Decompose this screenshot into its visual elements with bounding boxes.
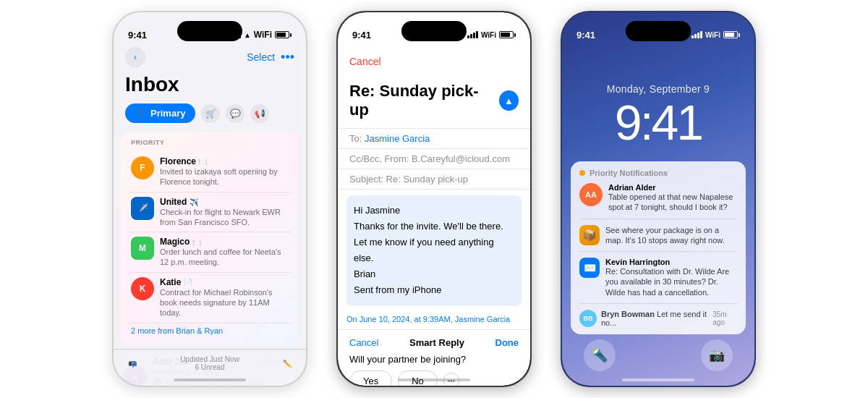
mail-icon: ✉️: [579, 258, 600, 278]
avatar-bryn: BB: [579, 310, 597, 327]
category-tabs: 👤 Primary 🛒 💬 📢: [114, 103, 306, 132]
body-greeting: Hi Jasmine: [354, 203, 514, 219]
status-icons-3: WiFi: [692, 31, 740, 39]
notif-item-bryn[interactable]: BB Bryn Bowman Let me send it no... 35m …: [579, 310, 737, 327]
notification-card: Priority Notifications AA Adrian Alder T…: [571, 161, 746, 334]
status-time-1: 9:41: [128, 30, 147, 41]
package-icon: 📦: [579, 225, 600, 245]
tab-primary[interactable]: 👤 Primary: [125, 103, 195, 123]
tab-promo[interactable]: 📢: [250, 104, 269, 123]
mail-more-link[interactable]: 2 more from Brian & Ryan: [128, 323, 292, 338]
notif-item-adrian[interactable]: AA Adrian Alder Table opened at that new…: [579, 183, 737, 219]
tab-shopping[interactable]: 🛒: [201, 104, 220, 123]
reply-yes[interactable]: Yes: [349, 371, 392, 386]
update-status: Updated Just Now: [180, 355, 239, 363]
home-indicator-2: [398, 378, 470, 381]
compose-subject-area: Re: Sunday pick-up ▲: [338, 76, 530, 129]
smart-reply-q1: Will your partner be joining?: [349, 354, 519, 365]
compose-icon[interactable]: ✏️: [283, 360, 292, 368]
compose-to-field: To: Jasmine Garcia: [338, 129, 530, 149]
status-time-2: 9:41: [352, 30, 371, 41]
mail-item-katie[interactable]: K Katie 📄 Contract for Michael Robinson'…: [128, 273, 292, 323]
mailbox-icon: 📭: [128, 360, 137, 368]
avatar-katie: K: [131, 277, 154, 300]
smart-reply-cancel[interactable]: Cancel: [349, 337, 378, 348]
send-button[interactable]: ▲: [499, 90, 519, 111]
dynamic-island-3: [626, 21, 691, 41]
lock-date: Monday, September 9: [562, 47, 754, 98]
to-recipient[interactable]: Jasmine Garcia: [365, 133, 430, 144]
person-icon: 👤: [135, 108, 147, 119]
lock-time: 9:41: [562, 98, 754, 147]
mail-item-magico[interactable]: M Magico 🍽️ Order lunch and coffee for N…: [128, 232, 292, 273]
notif-item-kevin[interactable]: ✉️ Kevin Harrington Re: Consultation wit…: [579, 258, 737, 304]
compose-cancel-button[interactable]: Cancel: [349, 56, 381, 67]
select-button[interactable]: Select: [247, 51, 275, 63]
notif-item-package[interactable]: 📦 See where your package is on a map. It…: [579, 225, 737, 253]
body-line2: Let me know if you need anything else.: [354, 234, 514, 266]
phone-inbox: 9:41 ▲ WiFi ‹ Select: [112, 11, 307, 387]
subject-value: Re: Sunday pick-up: [386, 174, 468, 185]
home-indicator-1: [174, 378, 246, 381]
mail-item-united[interactable]: ✈️ United ✈️ Check-in for flight to Newa…: [128, 192, 292, 233]
compose-header: Cancel: [338, 47, 530, 76]
phone-compose: 9:41 WiFi Cancel: [336, 11, 532, 387]
home-indicator-3: [622, 378, 694, 381]
mail-item-florence[interactable]: F Florence 🍽️ Invited to izakaya soft op…: [128, 152, 292, 192]
smart-reply-done[interactable]: Done: [495, 337, 519, 348]
avatar-adrian: AA: [579, 183, 603, 206]
avatar-united: ✈️: [131, 197, 154, 220]
body-sent: Sent from my iPhone: [354, 282, 514, 298]
inbox-title: Inbox: [114, 73, 306, 103]
compose-body[interactable]: Hi Jasmine Thanks for the invite. We'll …: [346, 195, 522, 306]
compose-subject-field: Subject: Re: Sunday pick-up: [338, 169, 530, 190]
priority-dot-icon: [579, 170, 585, 176]
smart-reply-title: Smart Reply: [409, 337, 464, 348]
compose-cc-field: Cc/Bcc, From: B.Careyful@icloud.com: [338, 149, 530, 169]
avatar-florence: F: [131, 156, 154, 179]
tab-chat[interactable]: 💬: [226, 104, 244, 123]
compose-subject: Re: Sunday pick-up: [349, 82, 493, 119]
unread-count: 6 Unread: [180, 363, 239, 371]
avatar-magico: M: [131, 237, 154, 260]
priority-card: PRIORITY F Florence 🍽️ Invited to izakay…: [121, 132, 299, 345]
phone-lock: 9:41 WiFi Monday, September 9 9:41: [561, 11, 756, 387]
flashlight-button[interactable]: 🔦: [584, 339, 616, 371]
from-address: B.Careyful@icloud.com: [412, 153, 510, 164]
back-button[interactable]: ‹: [125, 47, 145, 67]
notif-title: Priority Notifications: [590, 169, 668, 177]
dynamic-island-1: [177, 21, 242, 41]
dynamic-island-2: [401, 21, 467, 41]
smart-reply-area: Cancel Smart Reply Done Will your partne…: [338, 329, 530, 386]
lock-bottom-controls: 🔦 📷: [562, 339, 754, 371]
status-time-3: 9:41: [576, 30, 595, 41]
more-button[interactable]: •••: [281, 50, 294, 65]
quoted-text: On June 10, 2024, at 9:39AM, Jasmine Gar…: [338, 312, 530, 329]
body-line1: Thanks for the invite. We'll be there.: [354, 219, 514, 234]
status-icons-2: WiFi: [467, 31, 516, 39]
camera-button[interactable]: 📷: [701, 339, 733, 371]
body-sign: Brian: [354, 266, 514, 282]
priority-label: PRIORITY: [128, 139, 292, 146]
